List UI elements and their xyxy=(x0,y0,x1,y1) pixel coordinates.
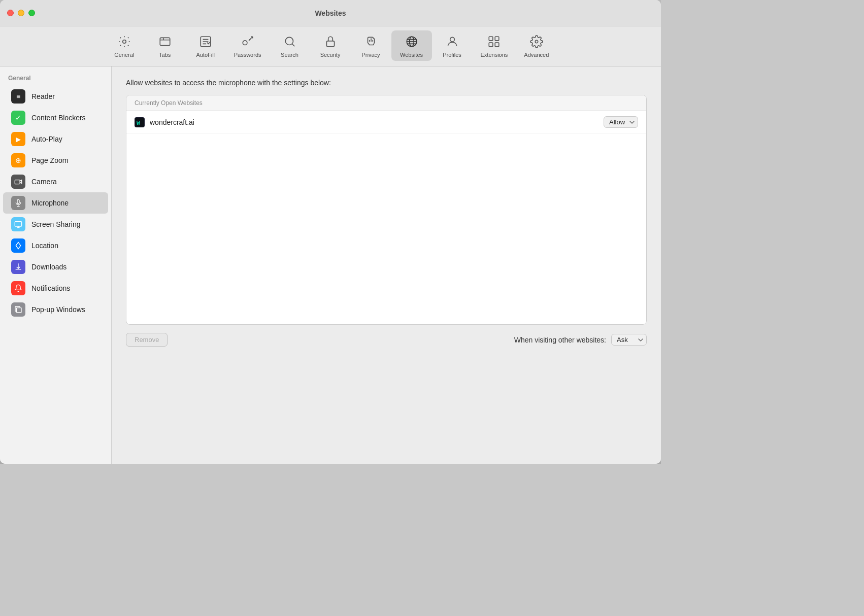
svg-rect-13 xyxy=(495,37,500,41)
lock-icon xyxy=(322,33,339,50)
advanced-label: Advanced xyxy=(524,52,549,58)
sidebar-item-location[interactable]: Location xyxy=(3,235,108,256)
sidebar-item-notifications[interactable]: Notifications xyxy=(3,278,108,299)
svg-point-3 xyxy=(243,41,247,45)
panel-description: Allow websites to access the microphone … xyxy=(126,79,647,87)
general-label: General xyxy=(114,52,134,58)
table-row: W wondercraft.ai Allow Ask Deny xyxy=(126,111,646,133)
autofill-icon xyxy=(197,33,214,50)
sidebar-pagezoom-label: Page Zoom xyxy=(31,156,68,164)
sidebar-popup-label: Pop-up Windows xyxy=(31,305,85,314)
table-header: Currently Open Websites xyxy=(126,95,646,111)
sidebar-downloads-label: Downloads xyxy=(31,263,67,271)
svg-rect-18 xyxy=(17,199,19,203)
main-content: General ≡ Reader ✓ Content Blockers ▶ xyxy=(0,66,661,464)
sidebar-item-microphone[interactable]: Microphone xyxy=(3,192,108,214)
toolbar-item-passwords[interactable]: Passwords xyxy=(226,30,270,61)
other-websites: When visiting other websites: Allow Ask … xyxy=(514,334,647,346)
svg-rect-1 xyxy=(160,38,170,45)
other-websites-select[interactable]: Allow Ask Deny xyxy=(611,334,647,346)
privacy-label: Privacy xyxy=(361,52,380,58)
extension-icon xyxy=(486,33,502,50)
table-body: W wondercraft.ai Allow Ask Deny xyxy=(126,111,646,324)
websites-table: Currently Open Websites W wondercraft.ai… xyxy=(126,95,647,325)
toolbar-item-general[interactable]: General xyxy=(104,30,145,61)
other-websites-label: When visiting other websites: xyxy=(514,336,606,344)
sidebar-item-pagezoom[interactable]: ⊕ Page Zoom xyxy=(3,150,108,171)
sidebar-microphone-label: Microphone xyxy=(31,199,69,207)
search-icon xyxy=(282,33,298,50)
toolbar-item-websites[interactable]: Websites xyxy=(391,30,432,61)
svg-point-0 xyxy=(122,40,126,44)
extensions-label: Extensions xyxy=(481,52,508,58)
svg-point-16 xyxy=(535,40,538,43)
location-icon xyxy=(11,238,25,253)
minimize-button[interactable] xyxy=(18,10,24,16)
autoplay-icon: ▶ xyxy=(11,132,25,146)
tabs-icon xyxy=(157,33,173,50)
sidebar-item-autoplay[interactable]: ▶ Auto-Play xyxy=(3,128,108,150)
maximize-button[interactable] xyxy=(28,10,35,16)
passwords-label: Passwords xyxy=(234,52,261,58)
titlebar: Websites xyxy=(0,0,661,26)
profiles-label: Profiles xyxy=(443,52,461,58)
sidebar-item-popup[interactable]: Pop-up Windows xyxy=(3,299,108,320)
content-blockers-icon: ✓ xyxy=(11,111,25,125)
toolbar-item-advanced[interactable]: Advanced xyxy=(516,30,557,61)
sidebar-reader-label: Reader xyxy=(31,92,55,100)
sidebar-notifications-label: Notifications xyxy=(31,284,70,292)
toolbar-item-tabs[interactable]: Tabs xyxy=(145,30,185,61)
globe-icon xyxy=(404,33,420,50)
camera-icon xyxy=(11,175,25,189)
notifications-icon xyxy=(11,281,25,295)
hand-icon xyxy=(363,33,379,50)
svg-text:W: W xyxy=(137,120,140,126)
toolbar: General Tabs AutoFill Passwords xyxy=(0,26,661,66)
security-label: Security xyxy=(320,52,341,58)
person-icon xyxy=(444,33,460,50)
sidebar-content-label: Content Blockers xyxy=(31,114,86,122)
sidebar-location-label: Location xyxy=(31,242,58,250)
right-panel: Allow websites to access the microphone … xyxy=(112,66,661,464)
tabs-label: Tabs xyxy=(159,52,171,58)
svg-rect-5 xyxy=(326,41,334,47)
site-permission-select[interactable]: Allow Ask Deny xyxy=(604,116,638,128)
svg-point-4 xyxy=(285,37,293,45)
websites-label: Websites xyxy=(400,52,423,58)
svg-rect-14 xyxy=(495,43,500,47)
sidebar: General ≡ Reader ✓ Content Blockers ▶ xyxy=(0,66,112,464)
svg-rect-12 xyxy=(489,37,493,41)
autofill-label: AutoFill xyxy=(196,52,215,58)
key-icon xyxy=(240,33,256,50)
svg-rect-21 xyxy=(17,308,21,313)
gear-advanced-icon xyxy=(528,33,545,50)
sidebar-screenshare-label: Screen Sharing xyxy=(31,220,81,228)
sidebar-item-reader[interactable]: ≡ Reader xyxy=(3,86,108,107)
screenshare-icon xyxy=(11,217,25,231)
window-title: Websites xyxy=(315,9,346,17)
search-label: Search xyxy=(281,52,298,58)
sidebar-camera-label: Camera xyxy=(31,178,57,186)
toolbar-item-privacy[interactable]: Privacy xyxy=(351,30,391,61)
popup-icon xyxy=(11,302,25,317)
gear-icon xyxy=(116,33,132,50)
toolbar-item-extensions[interactable]: Extensions xyxy=(473,30,516,61)
site-favicon: W xyxy=(135,117,145,127)
toolbar-item-search[interactable]: Search xyxy=(270,30,310,61)
sidebar-item-downloads[interactable]: Downloads xyxy=(3,256,108,278)
sidebar-item-content-blockers[interactable]: ✓ Content Blockers xyxy=(3,107,108,128)
traffic-lights xyxy=(7,10,35,16)
toolbar-item-autofill[interactable]: AutoFill xyxy=(185,30,226,61)
svg-rect-19 xyxy=(15,222,21,226)
sidebar-section-label: General xyxy=(0,75,111,86)
svg-rect-15 xyxy=(489,43,493,47)
toolbar-item-profiles[interactable]: Profiles xyxy=(432,30,473,61)
toolbar-item-security[interactable]: Security xyxy=(310,30,351,61)
close-button[interactable] xyxy=(7,10,14,16)
remove-button[interactable]: Remove xyxy=(126,333,168,347)
reader-icon: ≡ xyxy=(11,89,25,104)
sidebar-item-camera[interactable]: Camera xyxy=(3,171,108,192)
sidebar-item-screenshare[interactable]: Screen Sharing xyxy=(3,214,108,235)
app-window: Websites General Tabs AutoFill xyxy=(0,0,661,464)
svg-rect-17 xyxy=(15,180,20,184)
